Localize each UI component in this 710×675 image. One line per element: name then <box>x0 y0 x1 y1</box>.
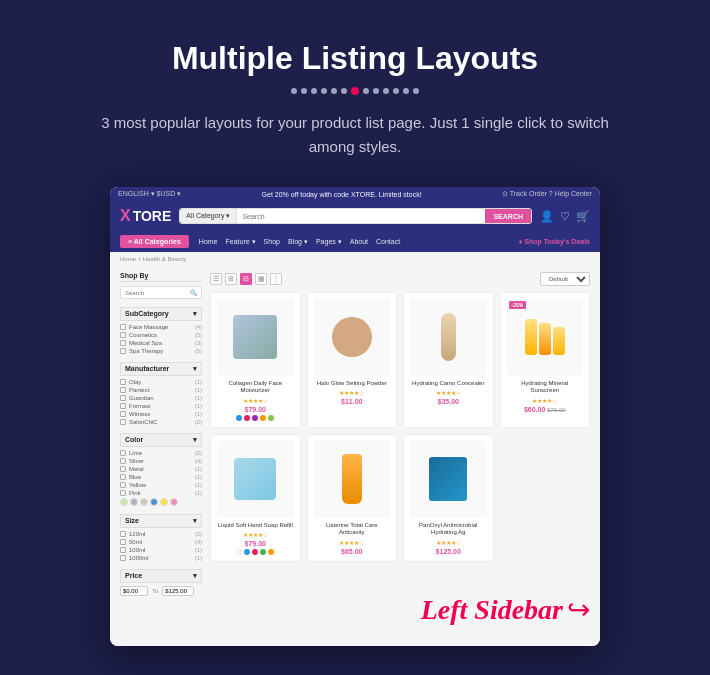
products-toolbar: ☰ ⊞ ⊟ ▦ ⋮ Default <box>210 272 590 286</box>
nav-contact[interactable]: Contact <box>376 238 400 246</box>
sidebar-item: Silver(4) <box>120 458 202 464</box>
sidebar-group-subcategory: SubCategory▾ Face Massage(4) Cosmetics(5… <box>120 307 202 354</box>
search-input[interactable] <box>237 209 485 223</box>
sidebar-search-input[interactable] <box>125 290 190 296</box>
view-3col-icon[interactable]: ⊟ <box>240 273 252 285</box>
nav-blog[interactable]: Blog ▾ <box>288 238 308 246</box>
checkbox[interactable] <box>120 379 126 385</box>
color-dot <box>260 549 266 555</box>
product-image-wrap <box>314 299 391 376</box>
product-color-dots <box>217 549 294 555</box>
product-stars: ★★★★☆ <box>410 539 487 546</box>
checkbox[interactable] <box>120 403 126 409</box>
user-icon[interactable]: 👤 <box>540 210 554 223</box>
product-name: PanOxyl Antimicrobial Hydrating Ag <box>410 522 487 538</box>
product-image-wrap <box>410 299 487 376</box>
nav-deals[interactable]: ♦ Shop Today's Deals <box>519 238 590 245</box>
sidebar-group-price: Price▾ To <box>120 569 202 596</box>
nav-shop[interactable]: Shop <box>264 238 280 246</box>
checkbox[interactable] <box>120 458 126 464</box>
checkbox[interactable] <box>120 324 126 330</box>
search-button[interactable]: SEARCH <box>485 209 531 223</box>
checkbox[interactable] <box>120 395 126 401</box>
search-category-dropdown[interactable]: All Category ▾ <box>180 209 237 223</box>
swatch-lime[interactable] <box>120 498 128 506</box>
dot-1 <box>291 88 297 94</box>
search-bar[interactable]: All Category ▾ SEARCH <box>179 208 532 224</box>
wishlist-icon[interactable]: ♡ <box>560 210 570 223</box>
swatch-yellow[interactable] <box>160 498 168 506</box>
topbar-right: ⊙ Track Order ? Help Center <box>502 190 592 198</box>
color-dot <box>252 549 258 555</box>
sidebar-search[interactable]: 🔍 <box>120 286 202 299</box>
sidebar-item: SalonChiC(2) <box>120 419 202 425</box>
view-4col-icon[interactable]: ▦ <box>255 273 267 285</box>
sidebar-item: 120ml(2) <box>120 531 202 537</box>
checkbox[interactable] <box>120 411 126 417</box>
product-image-soap <box>234 458 276 500</box>
checkbox[interactable] <box>120 555 126 561</box>
nav-feature[interactable]: Feature ▾ <box>226 238 256 246</box>
nav-pages[interactable]: Pages ▾ <box>316 238 342 246</box>
products-grid-row2: Liquid Soft Hand Soap Refill ★★★★☆ $79.0… <box>210 434 590 562</box>
nav-home[interactable]: Home <box>199 238 218 246</box>
product-color-dots <box>217 415 294 421</box>
checkbox[interactable] <box>120 387 126 393</box>
product-card: PanOxyl Antimicrobial Hydrating Ag ★★★★☆… <box>403 434 494 562</box>
sidebar-group-manufacturer: Manufacturer▾ Olay(1) Pantect(1) Guardia… <box>120 362 202 425</box>
checkbox[interactable] <box>120 482 126 488</box>
checkbox[interactable] <box>120 332 126 338</box>
view-5col-icon[interactable]: ⋮ <box>270 273 282 285</box>
page-title: Multiple Listing Layouts <box>172 40 538 77</box>
checkbox[interactable] <box>120 531 126 537</box>
swatch-metal[interactable] <box>140 498 148 506</box>
checkbox[interactable] <box>120 340 126 346</box>
products-area: ☰ ⊞ ⊟ ▦ ⋮ Default <box>210 272 590 640</box>
view-list-icon[interactable]: ☰ <box>210 273 222 285</box>
product-price: $60.00 $75.00 <box>507 406 584 413</box>
sort-dropdown[interactable]: Default <box>540 272 590 286</box>
sidebar-item: Medical Spa(3) <box>120 340 202 346</box>
sidebar-item: Pantect(1) <box>120 387 202 393</box>
nav-links: Home Feature ▾ Shop Blog ▾ Pages ▾ About… <box>199 238 400 246</box>
swatch-pink[interactable] <box>170 498 178 506</box>
size-title: Size▾ <box>120 514 202 528</box>
product-stars: ★★★★☆ <box>410 389 487 396</box>
checkbox[interactable] <box>120 490 126 496</box>
checkbox[interactable] <box>120 419 126 425</box>
product-badge: -20% <box>509 301 527 309</box>
price-max-input[interactable] <box>162 586 194 596</box>
product-card: Halo Glow Setting Powder ★★★★☆ $11.00 <box>307 292 398 428</box>
checkbox[interactable] <box>120 474 126 480</box>
checkbox[interactable] <box>120 547 126 553</box>
label-annotation: Left Sidebar ↪ <box>421 594 590 626</box>
product-price: $35.00 <box>410 398 487 405</box>
breadcrumb: Home > Health & Beauty <box>110 252 600 266</box>
logo-text: TORE <box>133 208 172 224</box>
product-price: $65.00 <box>314 548 391 555</box>
color-dot <box>268 415 274 421</box>
checkbox[interactable] <box>120 466 126 472</box>
product-image-cream <box>233 315 277 359</box>
swatch-blue[interactable] <box>150 498 158 506</box>
product-stars: ★★★★☆ <box>314 539 391 546</box>
subcategory-title: SubCategory▾ <box>120 307 202 321</box>
all-categories-button[interactable]: ≡ All Categories <box>120 235 189 248</box>
product-card: -20% Hydrating Mineral Sunscreen ★★★★☆ $… <box>500 292 591 428</box>
price-min-input[interactable] <box>120 586 148 596</box>
cart-icon[interactable]: 🛒 <box>576 210 590 223</box>
nav-about[interactable]: About <box>350 238 368 246</box>
product-image-listerine <box>342 454 362 504</box>
color-dot <box>244 549 250 555</box>
price-separator: To <box>152 588 158 594</box>
dot-11 <box>393 88 399 94</box>
checkbox[interactable] <box>120 539 126 545</box>
color-dot <box>244 415 250 421</box>
sidebar-item: Metal(1) <box>120 466 202 472</box>
product-stars: ★★★★☆ <box>314 389 391 396</box>
view-2col-icon[interactable]: ⊞ <box>225 273 237 285</box>
checkbox[interactable] <box>120 348 126 354</box>
checkbox[interactable] <box>120 450 126 456</box>
topbar-promo: Get 20% off today with code XTORE. Limit… <box>262 191 422 198</box>
swatch-silver[interactable] <box>130 498 138 506</box>
